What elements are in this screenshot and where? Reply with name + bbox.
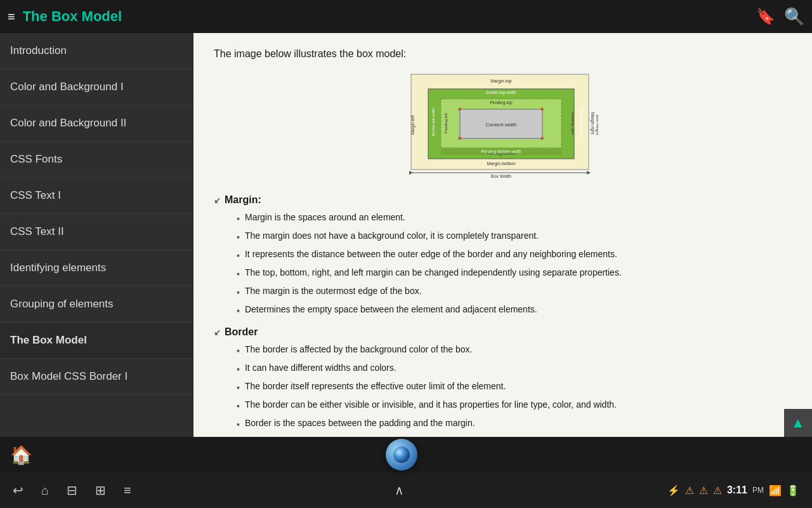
list-item: The border itself represents the effecti… bbox=[237, 380, 792, 394]
chevron-up-icon[interactable]: ∧ bbox=[395, 483, 404, 498]
intro-text: The image below illustrates the box mode… bbox=[214, 48, 792, 60]
sidebar-item-label: Color and Background II bbox=[10, 117, 126, 130]
list-item: It can have different widths and colors. bbox=[237, 361, 792, 376]
svg-text:×: × bbox=[458, 106, 461, 112]
svg-text:Pending-bottom-width: Pending-bottom-width bbox=[481, 149, 521, 154]
border-heading: ↙ Border bbox=[214, 326, 792, 338]
warning-icon-3: ⚠ bbox=[713, 485, 722, 497]
back-icon[interactable]: ↩ bbox=[13, 483, 23, 498]
app-logo bbox=[386, 439, 417, 471]
svg-text:Content width: Content width bbox=[485, 122, 516, 128]
svg-text:Padding-right: Padding-right bbox=[571, 112, 575, 135]
list-item: The margin does not have a background co… bbox=[237, 229, 792, 244]
sidebar-item-grouping[interactable]: Grouping of elements bbox=[0, 286, 193, 323]
nav-icons-left: ↩ ⌂ ⊟ ⊞ ≡ bbox=[13, 483, 131, 498]
main-layout: Introduction Color and Background I Colo… bbox=[0, 33, 812, 437]
top-icons: 🔖 🔍 bbox=[756, 7, 804, 27]
svg-text:Pending-top: Pending-top bbox=[490, 100, 512, 105]
list-item: The border can be either visible or invi… bbox=[237, 398, 792, 413]
battery-icon: 🔋 bbox=[787, 485, 799, 497]
warning-icon-2: ⚠ bbox=[699, 485, 708, 497]
svg-text:Padding-left: Padding-left bbox=[444, 113, 448, 133]
content-area[interactable]: The image below illustrates the box mode… bbox=[193, 33, 812, 437]
list-item: It represents the distance between the o… bbox=[237, 248, 792, 262]
sidebar-item-label: The Box Model bbox=[10, 334, 87, 347]
bookmark-icon[interactable]: 🔖 bbox=[756, 8, 775, 25]
home-nav-icon[interactable]: ⌂ bbox=[41, 483, 49, 498]
search-icon[interactable]: 🔍 bbox=[784, 7, 804, 27]
list-item: The border is affected by the background… bbox=[237, 343, 792, 358]
clock-ampm: PM bbox=[752, 486, 764, 495]
margin-heading-text: Margin: bbox=[225, 194, 261, 206]
list-item: Border is the spaces between the padding… bbox=[237, 417, 792, 431]
home-taskbar: 🏠 bbox=[0, 437, 812, 472]
taskbar-center bbox=[32, 439, 770, 471]
nav-center: ∧ bbox=[395, 483, 404, 498]
sidebar-item-identifying[interactable]: Identifying elements bbox=[0, 250, 193, 286]
section-arrow-icon: ↙ bbox=[214, 196, 221, 205]
sidebar-item-box-model-border[interactable]: Box Model CSS Border I bbox=[0, 359, 193, 395]
box-model-diagram: Content width × × × × Margin-top border-… bbox=[214, 71, 792, 179]
nav-right: ⚡ ⚠ ⚠ ⚠ 3:11 PM 📶 🔋 bbox=[667, 485, 799, 497]
border-heading-text: Border bbox=[225, 326, 258, 338]
list-item: The margin is the outermost edge of the … bbox=[237, 284, 792, 299]
svg-text:Border-right-width: Border-right-width bbox=[580, 108, 584, 138]
sidebar-item-label: CSS Text II bbox=[10, 225, 64, 238]
svg-text:×: × bbox=[458, 135, 461, 142]
list-item: Margin is the spaces around an element. bbox=[237, 211, 792, 225]
svg-text:Margin-bottom: Margin-bottom bbox=[487, 161, 515, 166]
windows-icon[interactable]: ⊟ bbox=[67, 483, 77, 498]
bottom-nav: ↩ ⌂ ⊟ ⊞ ≡ ∧ ⚡ ⚠ ⚠ ⚠ 3:11 PM 📶 🔋 bbox=[0, 472, 812, 508]
sidebar-item-css-fonts[interactable]: CSS Fonts bbox=[0, 142, 193, 178]
sidebar-item-box-model[interactable]: The Box Model bbox=[0, 323, 193, 359]
margin-heading: ↙ Margin: bbox=[214, 194, 792, 206]
svg-text:border-top-width: border-top-width bbox=[486, 90, 516, 95]
svg-text:×: × bbox=[540, 106, 544, 112]
taskbar-left: 🏠 bbox=[10, 444, 32, 465]
svg-text:Margin-right: Margin-right bbox=[590, 112, 595, 135]
warning-icon-1: ⚠ bbox=[685, 485, 694, 497]
section-arrow-icon: ↙ bbox=[214, 328, 221, 337]
svg-text:Margin-left: Margin-left bbox=[410, 115, 416, 135]
grid-icon[interactable]: ⊞ bbox=[95, 483, 106, 498]
svg-text:Box Width: Box Width bbox=[491, 174, 511, 178]
svg-text:Border-left-width: Border-left-width bbox=[431, 108, 435, 136]
sidebar-item-css-text-2[interactable]: CSS Text II bbox=[0, 214, 193, 250]
border-bullet-list: The border is affected by the background… bbox=[237, 343, 792, 431]
sidebar-item-label: Identifying elements bbox=[10, 262, 106, 274]
list-item: The top, bottom, right, and left margin … bbox=[237, 266, 792, 281]
list-item: Determines the empty space between the e… bbox=[237, 303, 792, 318]
menu-icon[interactable]: ≡ bbox=[8, 10, 15, 24]
sidebar-item-label: Introduction bbox=[10, 44, 67, 57]
svg-text:×: × bbox=[540, 135, 544, 142]
home-button[interactable]: 🏠 bbox=[10, 444, 32, 465]
logo-svg bbox=[393, 446, 410, 464]
svg-point-25 bbox=[393, 446, 410, 463]
diagram-svg: Content width × × × × Margin-top border-… bbox=[408, 71, 598, 179]
scroll-up-button[interactable]: ▲ bbox=[784, 409, 812, 437]
sidebar-item-introduction[interactable]: Introduction bbox=[0, 33, 193, 69]
sidebar-item-color-bg-1[interactable]: Color and Background I bbox=[0, 69, 193, 105]
app-title: The Box Model bbox=[23, 8, 749, 25]
sidebar-item-label: Box Model CSS Border I bbox=[10, 370, 128, 383]
usb-icon: ⚡ bbox=[667, 485, 680, 497]
sidebar-item-label: Color and Background I bbox=[10, 81, 124, 93]
topbar: ≡ The Box Model 🔖 🔍 bbox=[0, 0, 812, 33]
sidebar-item-label: Grouping of elements bbox=[10, 298, 114, 311]
sidebar-item-label: CSS Text I bbox=[10, 189, 61, 202]
clock-time: 3:11 bbox=[727, 485, 747, 496]
sidebar: Introduction Color and Background I Colo… bbox=[0, 33, 193, 437]
menu-nav-icon[interactable]: ≡ bbox=[124, 483, 131, 498]
margin-bullet-list: Margin is the spaces around an element. … bbox=[237, 211, 792, 318]
wifi-icon: 📶 bbox=[769, 485, 782, 497]
svg-text:Margin-top: Margin-top bbox=[490, 79, 512, 84]
sidebar-item-color-bg-2[interactable]: Color and Background II bbox=[0, 105, 193, 142]
sidebar-item-css-text-1[interactable]: CSS Text I bbox=[0, 178, 193, 214]
sidebar-item-label: CSS Fonts bbox=[10, 153, 62, 166]
